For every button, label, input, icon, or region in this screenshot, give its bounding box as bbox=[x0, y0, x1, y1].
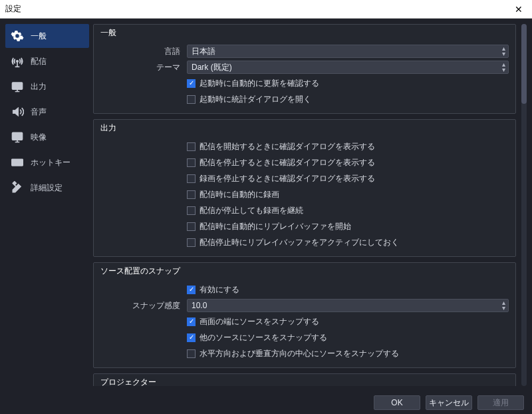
chk-auto-record[interactable]: 配信時に自動的に録画 bbox=[187, 189, 509, 200]
scrollbar-thumb[interactable] bbox=[521, 24, 527, 104]
checkbox-icon bbox=[187, 206, 196, 215]
language-label: 言語 bbox=[100, 46, 187, 57]
group-title: 出力 bbox=[94, 120, 515, 135]
checkbox-icon bbox=[187, 174, 196, 183]
group-projector: プロジェクター プロジェクター上のカーソルを非表示にする プロジェクターを常に手… bbox=[93, 373, 516, 386]
sidebar-item-general[interactable]: 一般 bbox=[5, 24, 89, 48]
footer: OK キャンセル 適用 bbox=[0, 391, 532, 414]
snap-sensitivity-label: スナップ感度 bbox=[100, 300, 187, 311]
chk-confirm-stop-stream[interactable]: 配信を停止するときに確認ダイアログを表示する bbox=[187, 157, 509, 168]
scrollbar[interactable] bbox=[521, 24, 527, 386]
chk-auto-update[interactable]: ✓ 起動時に自動的に更新を確認する bbox=[187, 78, 509, 89]
sidebar-item-audio[interactable]: 音声 bbox=[5, 100, 89, 124]
group-title: 一般 bbox=[94, 25, 515, 40]
checkbox-icon bbox=[187, 190, 196, 199]
tools-icon bbox=[11, 181, 24, 194]
chk-snap-center[interactable]: 水平方向および垂直方向の中心にソースをスナップする bbox=[187, 348, 509, 359]
window-title: 設定 bbox=[5, 3, 21, 15]
group-title: ソース配置のスナップ bbox=[94, 263, 515, 278]
monitor-icon bbox=[11, 130, 24, 144]
group-output: 出力 配信を開始するときに確認ダイアログを表示する 配信を停止するときに確認ダイ… bbox=[93, 119, 516, 257]
chk-keep-recording[interactable]: 配信が停止しても録画を継続 bbox=[187, 205, 509, 216]
chk-snap-enable[interactable]: ✓有効にする bbox=[187, 284, 509, 296]
output-icon bbox=[11, 80, 24, 93]
sidebar-item-label: 映像 bbox=[31, 132, 47, 143]
sidebar-item-hotkeys[interactable]: ホットキー bbox=[5, 150, 89, 174]
checkbox-icon bbox=[187, 238, 196, 247]
chk-snap-other[interactable]: ✓他のソースにソースをスナップする bbox=[187, 332, 509, 343]
checkbox-icon: ✓ bbox=[187, 286, 196, 294]
sidebar-item-label: 音声 bbox=[31, 106, 47, 118]
checkbox-icon bbox=[187, 95, 196, 104]
ok-button[interactable]: OK bbox=[374, 395, 420, 410]
sidebar-item-stream[interactable]: 配信 bbox=[5, 49, 89, 73]
chk-stats-dialog[interactable]: 起動時に統計ダイアログを開く bbox=[187, 94, 509, 105]
theme-label: テーマ bbox=[100, 62, 187, 73]
chk-confirm-start-stream[interactable]: 配信を開始するときに確認ダイアログを表示する bbox=[187, 141, 509, 152]
chk-auto-replay-buffer[interactable]: 配信時に自動的にリプレイバッファを開始 bbox=[187, 221, 509, 232]
checkbox-icon: ✓ bbox=[187, 333, 196, 342]
checkbox-icon bbox=[187, 158, 196, 167]
checkbox-icon: ✓ bbox=[187, 79, 196, 88]
sidebar-item-label: ホットキー bbox=[31, 157, 70, 168]
sidebar-item-label: 出力 bbox=[31, 81, 47, 93]
cancel-button[interactable]: キャンセル bbox=[426, 395, 472, 410]
chk-snap-edge[interactable]: ✓画面の端にソースをスナップする bbox=[187, 316, 509, 327]
svg-rect-2 bbox=[13, 132, 23, 140]
checkbox-icon bbox=[187, 349, 196, 358]
spinner-icon: ▴▾ bbox=[502, 300, 505, 311]
keyboard-icon bbox=[11, 156, 24, 169]
apply-button[interactable]: 適用 bbox=[477, 395, 524, 410]
sidebar: 一般 配信 出力 音声 映像 bbox=[5, 24, 89, 386]
checkbox-icon bbox=[187, 222, 196, 231]
checkbox-icon bbox=[187, 142, 196, 151]
gear-icon bbox=[11, 29, 24, 43]
chevron-updown-icon: ▴▾ bbox=[502, 62, 505, 73]
speaker-icon bbox=[11, 105, 24, 118]
content-area: 一般 言語 日本語 ▴▾ テーマ bbox=[93, 24, 519, 386]
group-title: プロジェクター bbox=[94, 374, 515, 386]
titlebar: 設定 ✕ bbox=[0, 0, 532, 19]
chevron-updown-icon: ▴▾ bbox=[502, 46, 505, 57]
sidebar-item-advanced[interactable]: 詳細設定 bbox=[5, 176, 89, 200]
checkbox-icon: ✓ bbox=[187, 317, 196, 326]
snap-sensitivity-input[interactable]: 10.0 ▴▾ bbox=[187, 299, 509, 312]
antenna-icon bbox=[11, 55, 24, 68]
sidebar-item-output[interactable]: 出力 bbox=[5, 75, 89, 99]
group-general: 一般 言語 日本語 ▴▾ テーマ bbox=[93, 24, 516, 114]
close-icon[interactable]: ✕ bbox=[511, 4, 527, 15]
group-snapping: ソース配置のスナップ ✓有効にする スナップ感度 10.0 ▴▾ bbox=[93, 262, 516, 368]
sidebar-item-label: 詳細設定 bbox=[31, 182, 63, 194]
language-select[interactable]: 日本語 ▴▾ bbox=[187, 45, 509, 58]
chk-keep-replay-buffer[interactable]: 配信停止時にリプレイバッファをアクティブにしておく bbox=[187, 237, 509, 248]
sidebar-item-label: 配信 bbox=[31, 56, 47, 67]
sidebar-item-label: 一般 bbox=[31, 31, 47, 42]
sidebar-item-video[interactable]: 映像 bbox=[5, 125, 89, 149]
chk-confirm-stop-record[interactable]: 録画を停止するときに確認ダイアログを表示する bbox=[187, 173, 509, 184]
theme-select[interactable]: Dark (既定) ▴▾ bbox=[187, 61, 509, 74]
